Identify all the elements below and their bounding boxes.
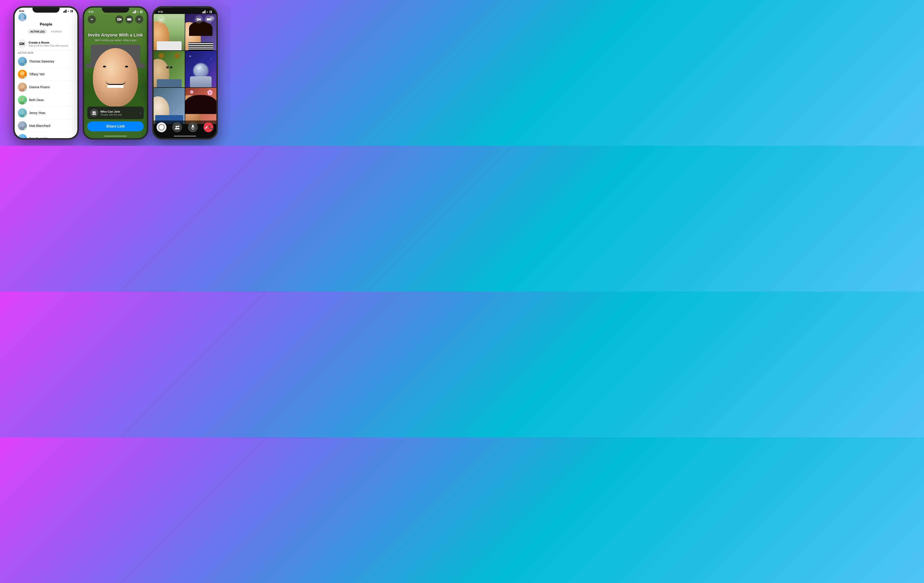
contact-name-gianna: Gianna Pisano [29,85,50,89]
camera-flip-button[interactable] [115,15,124,23]
bear-ear-right [174,53,180,58]
phone3-camera-button[interactable] [195,15,203,23]
svg-point-12 [20,97,25,101]
status-icons-1: ▲ ▐▐ [63,10,73,13]
bear-ear-left [158,53,164,58]
who-can-join-chevron: › [140,111,141,115]
phone3-right-controls [195,15,213,23]
svg-marker-3 [23,42,24,45]
avatar-beth [18,96,27,104]
wifi-icon: ▲ [67,10,69,12]
tab-stories[interactable]: STORIES [48,29,64,34]
online-dot-gianna [24,89,26,91]
active-now-label: ACTIVE NOW [15,50,78,55]
create-room-row[interactable]: Create a Room Use a link to video chat w… [15,38,78,50]
online-dot-matt [24,128,26,130]
camera-icon-3 [197,18,201,21]
avatar-thomas [18,57,27,66]
grid-cell-4: ✦ ✦ [185,51,216,87]
phone-3: 9:41 ▲ ▐▐ [152,6,218,139]
who-can-join-row[interactable]: Who Can Join People with the link › [87,107,144,119]
grid-cell-5 [153,88,185,124]
home-indicator-2 [104,135,127,137]
invite-subtitle: We'll notify you when others join [84,39,147,42]
contact-ron[interactable]: Ron Besselin [15,132,78,138]
online-dot-tiffany [24,76,26,79]
share-link-button[interactable]: Share Link [87,121,144,131]
avatar-gianna [18,83,27,92]
tabs-container: ACTIVE (22) STORIES [18,28,74,36]
contact-beth[interactable]: Beth Dean [15,94,78,107]
chevron-down-icon [90,18,94,21]
phone2-bottom-area: Who Can Join People with the link › Shar… [84,104,147,138]
mute-button[interactable] [188,122,198,132]
screen-3: 9:41 ▲ ▐▐ [153,8,216,138]
svg-point-1 [20,18,25,21]
my-avatar[interactable] [18,13,26,21]
avatar-svg [18,13,26,21]
create-room-text: Create a Room Use a link to video chat w… [29,41,71,47]
svg-point-16 [20,122,25,127]
close-button[interactable]: ✕ [135,15,143,23]
screen-2: 9:41 ▲ ▐▐ [84,8,147,138]
contact-gianna[interactable]: Gianna Pisano [15,81,78,94]
who-can-join-title: Who Can Join [101,110,138,113]
screen-1: 9:41 ▲ ▐▐ [15,8,78,138]
phone3-video-button[interactable] [205,15,213,23]
home-indicator-3 [174,135,196,137]
camera-flip-icon [117,18,121,21]
status-time-1: 9:41 [19,10,24,12]
status-icons-2: ▲ ▐▐ [133,10,142,13]
add-people-button[interactable] [172,122,182,132]
group-icon [92,111,96,115]
minimize-button[interactable] [88,15,96,23]
contact-tiffany[interactable]: Tiffany Yeh [15,68,78,81]
svg-marker-26 [130,18,131,21]
check-icon [160,18,163,21]
svg-point-0 [20,15,24,18]
microphone-icon [191,125,195,130]
video-grid: ✏ 🕶️ ✦ ✦ [153,14,216,125]
video-button[interactable] [125,15,133,23]
svg-point-14 [20,110,25,114]
svg-point-24 [118,19,119,20]
signal-bars-2 [133,10,136,13]
contact-jenny[interactable]: Jenny Yean [15,107,78,119]
contact-name-beth: Beth Dean [29,98,44,102]
end-call-button[interactable]: 📞 [203,122,213,132]
close-icon: ✕ [138,18,140,21]
svg-point-29 [94,112,96,113]
avatar-ron [18,134,27,138]
svg-point-36 [198,19,198,20]
plus-video-icon [20,41,24,46]
phone3-check-button[interactable] [157,15,165,23]
who-can-join-icon [90,109,98,117]
contact-name-ron: Ron Besselin [29,137,48,138]
avatar-jenny [18,108,27,117]
online-dot-jenny [24,115,26,117]
create-room-title: Create a Room [29,41,71,44]
capture-button[interactable] [157,122,167,132]
grid-cell-6: 🌸 🌸 [185,88,216,124]
svg-point-6 [20,58,25,63]
contact-name-jenny: Jenny Yean [29,111,45,115]
grid-cell-3: 🕶️ [153,51,185,87]
who-can-join-text: Who Can Join People with the link [101,110,138,116]
tab-active[interactable]: ACTIVE (22) [28,29,47,34]
contact-thomas[interactable]: Thomas Sweeney [15,55,78,68]
wifi-icon-3: ▲ [206,11,208,13]
glasses-icon: 🕶️ [165,64,173,71]
status-time-2: 9:41 [89,10,94,13]
svg-point-39 [175,126,177,127]
avatar-tiffany [18,70,27,79]
svg-point-30 [94,114,96,115]
contact-name-tiffany: Tiffany Yeh [29,73,45,76]
video-icon-3 [207,18,211,21]
status-time-3: 9:41 [158,10,163,13]
battery-icon-2: ▐▐ [139,11,142,13]
top-right-controls: ✕ [115,15,143,23]
online-dot-thomas [24,63,26,66]
svg-point-18 [20,135,25,138]
contact-matt[interactable]: Matt Blanchard [15,119,78,132]
svg-rect-45 [192,125,194,128]
